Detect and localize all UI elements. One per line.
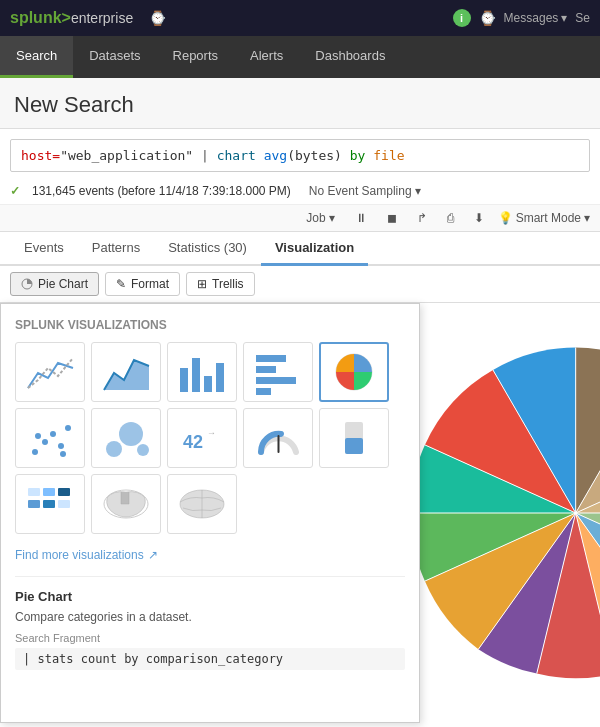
viz-area-chart[interactable]	[91, 342, 161, 402]
svg-rect-7	[256, 366, 276, 373]
top-bar-icons: i ⌚ Messages ▾ Se	[166, 9, 590, 27]
messages-arrow: ▾	[561, 11, 567, 25]
query-host: host=	[21, 148, 60, 163]
svg-point-12	[42, 439, 48, 445]
viz-horiz-bar-chart[interactable]	[243, 342, 313, 402]
horiz-bar-chart-icon	[251, 348, 306, 396]
pie-chart-button[interactable]: Pie Chart	[10, 272, 99, 296]
svg-point-17	[60, 451, 66, 457]
sampling-button[interactable]: No Event Sampling ▾	[303, 182, 427, 200]
viz-scatter-chart[interactable]	[15, 408, 85, 468]
viz-info-title: Pie Chart	[15, 589, 405, 604]
query-pipe: |	[201, 148, 217, 163]
job-button[interactable]: Job ▾	[300, 209, 340, 227]
send-button[interactable]: ↱	[411, 209, 433, 227]
nav-item-dashboards[interactable]: Dashboards	[299, 36, 401, 78]
svg-text:42: 42	[183, 432, 203, 452]
page-title: New Search	[0, 78, 600, 129]
format-icon: ✎	[116, 277, 126, 291]
viz-bubble-chart[interactable]	[91, 408, 161, 468]
print-button[interactable]: ⎙	[441, 209, 460, 227]
trellis-label: Trellis	[212, 277, 244, 291]
logo: splunk> enterprise	[10, 9, 133, 27]
viz-bar-chart[interactable]	[167, 342, 237, 402]
viz-panel: Splunk Visualizations	[0, 303, 600, 723]
status-check: ✓	[10, 184, 20, 198]
viz-single-value[interactable]: 42 →	[167, 408, 237, 468]
viz-pie-chart-option[interactable]	[319, 342, 389, 402]
viz-dropdown-title: Splunk Visualizations	[15, 318, 405, 332]
svg-rect-30	[58, 488, 70, 496]
nav-bar: Search Datasets Reports Alerts Dashboard…	[0, 36, 600, 78]
tab-statistics[interactable]: Statistics (30)	[154, 232, 261, 266]
choropleth-icon	[23, 480, 78, 528]
svg-rect-4	[204, 376, 212, 392]
trellis-icon: ⊞	[197, 277, 207, 291]
trellis-button[interactable]: ⊞ Trellis	[186, 272, 255, 296]
svg-rect-9	[256, 388, 271, 395]
svg-rect-6	[256, 355, 286, 362]
svg-rect-29	[43, 500, 55, 508]
tab-events[interactable]: Events	[10, 232, 78, 266]
viz-choropleth[interactable]	[15, 474, 85, 534]
pie-chart-svg	[420, 303, 600, 723]
search-input-area[interactable]: host="web_application" | chart avg(bytes…	[10, 139, 590, 172]
nav-item-datasets[interactable]: Datasets	[73, 36, 156, 78]
smart-mode-icon: 💡	[498, 211, 513, 225]
filler-icon	[327, 414, 382, 462]
svg-point-11	[32, 449, 38, 455]
tab-visualization[interactable]: Visualization	[261, 232, 368, 266]
pause-button[interactable]: ⏸	[349, 209, 373, 227]
tab-patterns[interactable]: Patterns	[78, 232, 154, 266]
query-cmd: chart	[217, 148, 264, 163]
toolbar: Job ▾ ⏸ ◼ ↱ ⎙ ⬇ 💡 Smart Mode ▾	[0, 205, 600, 232]
download-button[interactable]: ⬇	[468, 209, 490, 227]
svg-point-13	[50, 431, 56, 437]
send-icon: ↱	[417, 211, 427, 225]
area-chart-icon	[99, 348, 154, 396]
info-icon[interactable]: i	[453, 9, 471, 27]
smart-mode: 💡 Smart Mode ▾	[498, 211, 590, 225]
svg-rect-26	[28, 488, 40, 496]
nav-item-search[interactable]: Search	[0, 36, 73, 78]
sampling-arrow: ▾	[415, 184, 421, 198]
top-bar: splunk> enterprise ⌚ i ⌚ Messages ▾ Se	[0, 0, 600, 36]
viz-info-description: Compare categories in a dataset.	[15, 610, 405, 624]
messages-button[interactable]: Messages ▾	[504, 11, 568, 25]
nav-item-alerts[interactable]: Alerts	[234, 36, 299, 78]
query-field: file	[373, 148, 404, 163]
viz-world-map[interactable]	[167, 474, 237, 534]
viz-line-chart[interactable]	[15, 342, 85, 402]
us-map-icon	[99, 480, 154, 528]
svg-point-16	[65, 425, 71, 431]
query-by: by	[350, 148, 373, 163]
query-fn: avg	[264, 148, 287, 163]
sub-toolbar: Pie Chart ✎ Format ⊞ Trellis	[0, 266, 600, 303]
logo-splunk[interactable]: splunk>	[10, 9, 71, 27]
nav-item-reports[interactable]: Reports	[157, 36, 235, 78]
bar-chart-icon	[175, 348, 230, 396]
svg-rect-5	[216, 363, 224, 392]
activity-icon[interactable]: ⌚	[149, 10, 166, 26]
world-map-icon	[175, 480, 230, 528]
single-value-icon: 42 →	[175, 414, 230, 462]
viz-filler[interactable]	[319, 408, 389, 468]
find-more-visualizations[interactable]: Find more visualizations ↗	[15, 548, 405, 562]
job-label: Job	[306, 211, 325, 225]
pie-chart-label: Pie Chart	[38, 277, 88, 291]
scatter-chart-icon	[23, 414, 78, 462]
svg-rect-3	[192, 358, 200, 392]
page: New Search host="web_application" | char…	[0, 78, 600, 727]
format-label: Format	[131, 277, 169, 291]
gauge-icon	[251, 414, 306, 462]
activity2-icon[interactable]: ⌚	[479, 10, 496, 26]
format-button[interactable]: ✎ Format	[105, 272, 180, 296]
svg-point-19	[119, 422, 143, 446]
status-events: 131,645 events (before 11/4/18 7:39:18.0…	[32, 184, 291, 198]
viz-us-map[interactable]	[91, 474, 161, 534]
settings-label: Se	[575, 11, 590, 25]
status-bar: ✓ 131,645 events (before 11/4/18 7:39:18…	[0, 178, 600, 205]
viz-gauge[interactable]	[243, 408, 313, 468]
stop-button[interactable]: ◼	[381, 209, 403, 227]
pie-chart-option-icon	[327, 348, 382, 396]
